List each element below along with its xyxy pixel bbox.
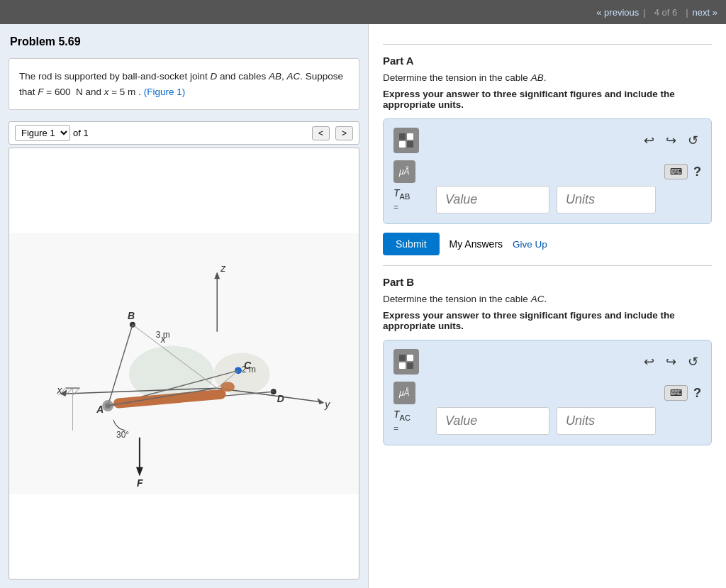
part-b-section: Part B Determine the tension in the cabl… (383, 276, 712, 445)
pagination-label: 4 of 6 (654, 7, 678, 18)
part-a-submit-row: Submit My Answers Give Up (383, 233, 712, 255)
svg-text:3 m: 3 m (156, 330, 170, 340)
grid-icon-b (399, 355, 413, 369)
part-b-question: Determine the tension in the cable AC. (383, 294, 712, 304)
part-a-equation-row: TAB = (393, 186, 701, 213)
part-b-value-input[interactable] (436, 407, 549, 435)
part-b-toolbar: ↩ ↪ ↺ (393, 349, 701, 375)
part-a-question: Determine the tension in the cable AB. (383, 72, 712, 83)
figure-prev-button[interactable]: < (312, 126, 330, 140)
my-answers-label: My Answers (449, 238, 503, 250)
part-b-equation-row: TAC = (393, 407, 701, 435)
svg-text:D: D (277, 393, 284, 404)
part-a-instruction: Express your answer to three significant… (383, 89, 712, 110)
svg-text:B: B (128, 310, 135, 321)
previous-link[interactable]: « previous (596, 7, 639, 18)
figure-select[interactable]: Figure 1 (15, 125, 70, 141)
part-a-refresh-button[interactable]: ↺ (685, 131, 701, 150)
part-a-submit-button[interactable]: Submit (383, 233, 440, 255)
part-a-grid-button[interactable] (393, 128, 419, 153)
part-a-redo-button[interactable]: ↪ (663, 131, 679, 150)
part-a-eq-label: TAB = (393, 187, 429, 212)
figure-controls: Figure 1 of 1 < > (9, 121, 359, 145)
part-b-answer-box: ↩ ↪ ↺ μÅ ⌨ ? TAC = (383, 340, 712, 445)
left-panel: Problem 5.69 The rod is supported by bal… (0, 24, 369, 588)
svg-text:30°: 30° (116, 430, 129, 440)
part-b-eq-label: TAC = (393, 409, 429, 433)
part-a-divider (383, 44, 712, 45)
figure-next-button[interactable]: > (335, 126, 353, 140)
part-b-mu-button[interactable]: μÅ (393, 382, 415, 404)
part-a-section: Part A Determine the tension in the cabl… (383, 55, 712, 255)
part-a-undo-button[interactable]: ↩ (641, 131, 657, 150)
nav-divider2: | (686, 7, 688, 18)
svg-text:2 m: 2 m (242, 365, 256, 375)
part-a-toolbar: ↩ ↪ ↺ (393, 128, 701, 153)
svg-text:F: F (137, 478, 143, 489)
part-b-units-input[interactable] (557, 407, 656, 435)
part-b-grid-button[interactable] (393, 349, 419, 375)
part-b-label: Part B (383, 276, 712, 288)
part-b-divider (383, 265, 712, 266)
grid-icon (399, 133, 413, 148)
right-panel: Part A Determine the tension in the cabl… (369, 24, 726, 588)
figure-image: z y x x B 3 m C (9, 148, 359, 579)
part-a-toolbar-row2: μÅ ⌨ ? (393, 160, 701, 183)
part-b-toolbar-row2: μÅ ⌨ ? (393, 382, 701, 404)
part-a-keyboard-button[interactable]: ⌨ (664, 164, 688, 179)
part-b-keyboard-button[interactable]: ⌨ (664, 385, 688, 401)
figure-of-label: of 1 (73, 128, 89, 138)
main-layout: Problem 5.69 The rod is supported by bal… (0, 24, 726, 588)
figure-selector: Figure 1 of 1 (15, 125, 89, 141)
svg-text:z: z (220, 262, 225, 274)
part-a-help-button[interactable]: ? (693, 165, 701, 179)
part-b-redo-button[interactable]: ↪ (663, 353, 679, 371)
figure-link[interactable]: (Figure 1) (144, 87, 186, 97)
part-b-help-button[interactable]: ? (693, 386, 701, 401)
part-a-value-input[interactable] (436, 186, 549, 213)
part-b-refresh-button[interactable]: ↺ (685, 353, 701, 371)
part-a-give-up-link[interactable]: Give Up (513, 239, 547, 250)
nav-divider: | (643, 7, 645, 18)
problem-title: Problem 5.69 (0, 24, 368, 54)
next-link[interactable]: next » (693, 7, 717, 18)
part-a-answer-box: ↩ ↪ ↺ μÅ ⌨ ? TAB = (383, 118, 712, 224)
diagram-svg: z y x x B 3 m C (9, 148, 359, 579)
part-a-label: Part A (383, 55, 712, 67)
svg-text:y: y (324, 399, 330, 410)
part-b-instruction: Express your answer to three significant… (383, 310, 712, 331)
part-a-mu-button[interactable]: μÅ (393, 160, 415, 183)
part-b-undo-button[interactable]: ↩ (641, 353, 657, 371)
navigation-bar: « previous | 4 of 6 | next » (0, 0, 726, 24)
part-a-units-input[interactable] (557, 186, 656, 213)
problem-statement: The rod is supported by ball-and-socket … (9, 58, 359, 110)
